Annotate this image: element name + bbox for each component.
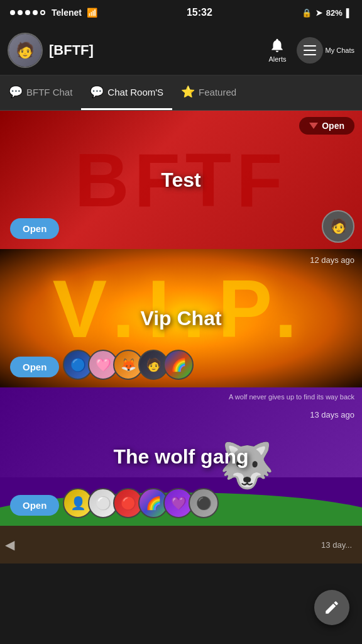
- carrier-name: Telenet: [52, 8, 82, 18]
- header-username: [BFTF]: [49, 42, 257, 58]
- scroll-left-arrow[interactable]: ◀: [0, 532, 19, 557]
- vip-room-open-button[interactable]: Open: [10, 357, 59, 377]
- wolf-member-6: ⚫: [189, 488, 219, 518]
- vip-member-avatars: 🔵 🩷 🦊 🧑 🌈: [63, 350, 194, 380]
- tab-chat-rooms[interactable]: 💬 Chat Room'S: [81, 75, 172, 110]
- vip-room-name: Vip Chat: [140, 307, 221, 330]
- tab-featured-label: Featured: [199, 87, 236, 97]
- tab-bftf-chat[interactable]: 💬 BFTF Chat: [0, 75, 81, 110]
- room-card-test: BFTF Open Test Open 🧑: [0, 111, 362, 249]
- edit-icon: [324, 599, 340, 616]
- menu-line-1: [304, 45, 316, 47]
- bftf-chat-icon: 💬: [9, 85, 23, 99]
- wolf-room-motto: A wolf never gives up to find its way ba…: [229, 392, 354, 402]
- filter-icon: [309, 123, 318, 129]
- status-time: 15:32: [187, 7, 212, 18]
- bell-svg: [269, 37, 285, 53]
- wolf-room-open-button[interactable]: Open: [10, 495, 59, 516]
- wolf-room-name: The wolf gang: [113, 445, 248, 469]
- test-room-top-open-button[interactable]: Open: [299, 117, 354, 135]
- menu-button[interactable]: [297, 37, 323, 64]
- header-actions: Alerts My Chats: [263, 35, 354, 65]
- battery-icon: ▌: [346, 8, 352, 18]
- wolf-room-time: 13 days ago: [310, 410, 354, 419]
- tab-featured[interactable]: ⭐ Featured: [172, 75, 245, 110]
- test-room-open-button[interactable]: Open: [10, 218, 59, 239]
- fab-edit-button[interactable]: [314, 590, 349, 625]
- tab-chatrooms-label: Chat Room'S: [107, 87, 163, 97]
- wolf-open-label: Open: [23, 500, 47, 511]
- test-open-label: Open: [23, 223, 47, 234]
- room-card-vip: V.I.P. 12 days ago Vip Chat Open 🔵 🩷 🦊 🧑…: [0, 249, 362, 387]
- bell-icon: [269, 37, 285, 53]
- signal-dot-4: [33, 10, 38, 15]
- alerts-button[interactable]: Alerts: [263, 35, 291, 65]
- battery-level: 82%: [326, 8, 343, 18]
- featured-star-icon: ⭐: [181, 85, 195, 99]
- signal-dot-3: [25, 10, 30, 15]
- signal-dot-2: [18, 10, 23, 15]
- test-room-name: Test: [161, 169, 200, 192]
- tab-bftf-label: BFTF Chat: [26, 87, 72, 97]
- wolf-member-avatars: 👤 ⚪ 🔴 🌈 💜 ⚫: [63, 488, 219, 518]
- tab-bar: 💬 BFTF Chat 💬 Chat Room'S ⭐ Featured: [0, 75, 362, 111]
- user-avatar[interactable]: 🧑: [8, 33, 43, 68]
- lock-icon: 🔒: [302, 8, 312, 18]
- alerts-label: Alerts: [268, 55, 286, 63]
- menu-line-3: [304, 54, 316, 55]
- status-right: 🔒 ➤ 82% ▌: [302, 8, 352, 18]
- next-room-time: 13 day...: [321, 540, 352, 550]
- signal-dot-1: [10, 10, 15, 15]
- top-open-label: Open: [322, 121, 344, 131]
- wifi-icon: 📶: [87, 8, 97, 18]
- rooms-list: BFTF Open Test Open 🧑 V.I.P. 12 days ago…: [0, 111, 362, 564]
- test-room-host-avatar: 🧑: [322, 210, 354, 243]
- app-header: 🧑 [BFTF] Alerts My Chats: [0, 25, 362, 75]
- status-carrier: Telenet 📶: [10, 8, 97, 18]
- location-icon: ➤: [315, 8, 322, 18]
- next-room-peek: ◀ 13 day...: [0, 526, 362, 564]
- vip-open-label: Open: [23, 362, 47, 372]
- room-card-wolf: 🐺 A wolf never gives up to find its way …: [0, 387, 362, 526]
- chat-rooms-icon: 💬: [90, 85, 104, 99]
- my-chats-label: My Chats: [326, 47, 354, 54]
- signal-dot-5: [40, 10, 45, 15]
- vip-member-5: 🌈: [163, 350, 194, 380]
- menu-line-2: [304, 50, 316, 51]
- avatar-image: 🧑: [9, 34, 41, 67]
- status-bar: Telenet 📶 15:32 🔒 ➤ 82% ▌: [0, 0, 362, 25]
- vip-room-time: 12 days ago: [310, 255, 354, 265]
